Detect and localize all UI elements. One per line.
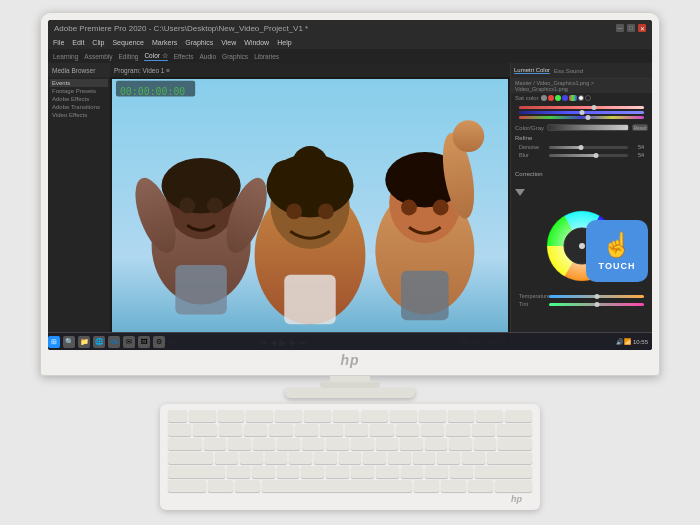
tab-essential-sound[interactable]: Ess.Sound — [554, 68, 583, 74]
swatch-blue[interactable] — [562, 95, 568, 101]
key-f11[interactable] — [476, 410, 503, 422]
tab-graphics[interactable]: Graphics — [222, 53, 248, 60]
key-p[interactable] — [425, 438, 448, 450]
key-h[interactable] — [339, 452, 362, 464]
key-2[interactable] — [219, 424, 242, 436]
taskbar-photos-icon[interactable]: 🖼 — [138, 336, 150, 348]
slider-track-1[interactable] — [519, 106, 644, 109]
key-f3[interactable] — [246, 410, 273, 422]
swatch-gray[interactable] — [541, 95, 547, 101]
key-s[interactable] — [240, 452, 263, 464]
key-f5[interactable] — [304, 410, 331, 422]
tab-lumetri-color[interactable]: Lumetri Color — [514, 67, 550, 74]
key-caps[interactable] — [168, 452, 213, 464]
key-tab[interactable] — [168, 438, 202, 450]
menu-help[interactable]: Help — [277, 39, 291, 46]
tab-effects[interactable]: Effects — [174, 53, 194, 60]
taskbar-settings-icon[interactable]: ⚙ — [153, 336, 165, 348]
key-q[interactable] — [204, 438, 227, 450]
key-3[interactable] — [244, 424, 267, 436]
key-rshift[interactable] — [475, 466, 532, 478]
key-a[interactable] — [215, 452, 238, 464]
key-backtick[interactable] — [168, 424, 191, 436]
tint-track[interactable] — [549, 303, 644, 306]
swatch-red[interactable] — [548, 95, 554, 101]
temp-track[interactable] — [549, 295, 644, 298]
maximize-button[interactable]: □ — [627, 24, 635, 32]
key-z[interactable] — [227, 466, 250, 478]
menu-file[interactable]: File — [53, 39, 64, 46]
temp-handle[interactable] — [594, 294, 599, 299]
key-1[interactable] — [193, 424, 216, 436]
key-f8[interactable] — [390, 410, 417, 422]
key-t[interactable] — [302, 438, 325, 450]
key-9[interactable] — [396, 424, 419, 436]
key-7[interactable] — [345, 424, 368, 436]
key-5[interactable] — [295, 424, 318, 436]
key-k[interactable] — [388, 452, 411, 464]
denoise-handle[interactable] — [578, 145, 583, 150]
blur-handle[interactable] — [594, 153, 599, 158]
tab-color[interactable]: Color ☆ — [144, 52, 167, 61]
slider-handle-3[interactable] — [585, 115, 590, 120]
key-semicolon[interactable] — [437, 452, 460, 464]
key-equals[interactable] — [472, 424, 495, 436]
taskbar-edge-icon[interactable]: 🌐 — [93, 336, 105, 348]
key-i[interactable] — [376, 438, 399, 450]
key-lwin[interactable] — [208, 480, 233, 492]
key-r[interactable] — [277, 438, 300, 450]
panel-item-footage[interactable]: Footage Presets — [50, 87, 108, 95]
key-rctrl[interactable] — [495, 480, 533, 492]
key-fn[interactable] — [441, 480, 466, 492]
key-c[interactable] — [277, 466, 300, 478]
tab-learning[interactable]: Learning — [53, 53, 78, 60]
key-minus[interactable] — [446, 424, 469, 436]
color-wheel-container[interactable]: ☝ TOUCH — [511, 202, 652, 290]
key-rbracket[interactable] — [474, 438, 497, 450]
key-space[interactable] — [262, 480, 412, 492]
close-button[interactable]: ✕ — [638, 24, 646, 32]
blur-track[interactable] — [549, 154, 628, 157]
key-quote[interactable] — [462, 452, 485, 464]
key-u[interactable] — [351, 438, 374, 450]
key-f9[interactable] — [419, 410, 446, 422]
panel-item-events[interactable]: Events — [50, 79, 108, 87]
key-d[interactable] — [265, 452, 288, 464]
key-w[interactable] — [228, 438, 251, 450]
slider-handle-2[interactable] — [579, 110, 584, 115]
key-menu[interactable] — [468, 480, 493, 492]
tint-handle[interactable] — [594, 302, 599, 307]
tab-editing[interactable]: Editing — [119, 53, 139, 60]
menu-window[interactable]: Window — [244, 39, 269, 46]
swatch-white[interactable] — [578, 95, 584, 101]
key-slash[interactable] — [450, 466, 473, 478]
key-j[interactable] — [363, 452, 386, 464]
menu-markers[interactable]: Markers — [152, 39, 177, 46]
key-backslash[interactable] — [498, 438, 532, 450]
key-v[interactable] — [301, 466, 324, 478]
key-lalt[interactable] — [235, 480, 260, 492]
swatch-rainbow[interactable] — [569, 95, 577, 101]
tab-libraries[interactable]: Libraries — [254, 53, 279, 60]
start-button[interactable]: ⊞ — [48, 336, 60, 348]
menu-graphics[interactable]: Graphics — [185, 39, 213, 46]
menu-sequence[interactable]: Sequence — [112, 39, 144, 46]
key-f[interactable] — [289, 452, 312, 464]
key-4[interactable] — [269, 424, 292, 436]
slider-track-2[interactable] — [519, 111, 644, 114]
swatch-green[interactable] — [555, 95, 561, 101]
menu-view[interactable]: View — [221, 39, 236, 46]
tab-audio[interactable]: Audio — [199, 53, 216, 60]
key-comma[interactable] — [401, 466, 424, 478]
key-b[interactable] — [326, 466, 349, 478]
color-gray-bar[interactable] — [547, 124, 629, 131]
slider-handle-1[interactable] — [592, 105, 597, 110]
panel-item-transitions[interactable]: Adobe Transitions — [50, 103, 108, 111]
key-esc[interactable] — [168, 410, 187, 422]
slider-track-3[interactable] — [519, 116, 644, 119]
taskbar-folder-icon[interactable]: 📁 — [78, 336, 90, 348]
key-g[interactable] — [314, 452, 337, 464]
panel-item-video-effects[interactable]: Video Effects — [50, 111, 108, 119]
key-8[interactable] — [370, 424, 393, 436]
key-e[interactable] — [253, 438, 276, 450]
